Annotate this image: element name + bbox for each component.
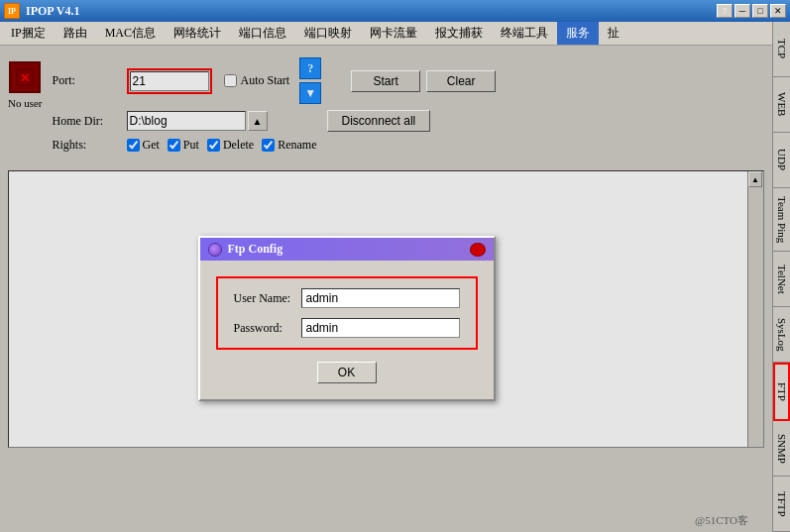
menu-ip-binding[interactable]: IP捆定 — [2, 22, 55, 45]
right-tab-snmp[interactable]: SNMP — [773, 421, 790, 477]
dialog-title-bar: Ftp Config — [200, 238, 494, 261]
right-tab-udp[interactable]: UDP — [773, 133, 790, 188]
app-title: IPOP V4.1 — [26, 4, 79, 19]
menu-services[interactable]: 服务 — [557, 22, 599, 45]
ftp-config-dialog: Ftp Config User Name: Password: — [198, 236, 496, 401]
username-label: User Name: — [234, 291, 301, 306]
menu-terminal-tools[interactable]: 终端工具 — [492, 22, 557, 45]
help-button[interactable]: ? — [717, 4, 733, 18]
dialog-title-left: Ftp Config — [208, 242, 283, 257]
maximize-button[interactable]: □ — [752, 4, 768, 18]
username-input[interactable] — [301, 288, 460, 308]
password-label: Password: — [234, 321, 301, 336]
password-row: Password: — [234, 318, 460, 338]
dialog-icon — [208, 243, 222, 257]
menu-packet-capture[interactable]: 报文捕获 — [426, 22, 492, 45]
dialog-fields: User Name: Password: — [216, 276, 478, 350]
dialog-body: User Name: Password: OK — [200, 261, 494, 399]
app-icon: IP — [4, 3, 20, 19]
minimize-button[interactable]: ─ — [734, 4, 750, 18]
right-tab-tcp[interactable]: TCP — [773, 22, 790, 77]
dialog-title-text: Ftp Config — [228, 242, 283, 257]
main-content: ✕ No user Port: Auto Start ? ▼ — [0, 46, 772, 532]
menu-nic-traffic[interactable]: 网卡流量 — [361, 22, 426, 45]
menu-mac-info[interactable]: MAC信息 — [96, 22, 165, 45]
close-button[interactable]: ✕ — [770, 4, 786, 18]
dialog-close-button[interactable] — [470, 243, 486, 257]
right-tab-tftp[interactable]: TFTP — [773, 477, 790, 532]
menu-network-stats[interactable]: 网络统计 — [165, 22, 230, 45]
right-tabs: TCP WEB UDP Team Ping TelNet SysLog FTP … — [772, 22, 790, 532]
title-bar-left: IP IPOP V4.1 — [4, 3, 79, 19]
right-tab-web[interactable]: WEB — [773, 77, 790, 133]
dialog-ok-wrap: OK — [216, 362, 478, 383]
menu-bar: IP捆定 路由 MAC信息 网络统计 端口信息 端口映射 网卡流量 报文捕获 终… — [0, 22, 790, 46]
title-bar: IP IPOP V4.1 ? ─ □ ✕ — [0, 0, 790, 22]
right-tab-telnet[interactable]: TelNet — [773, 252, 790, 307]
username-row: User Name: — [234, 288, 460, 308]
password-input[interactable] — [301, 318, 460, 338]
menu-routing[interactable]: 路由 — [55, 22, 96, 45]
right-tab-ftp[interactable]: FTP — [773, 363, 790, 421]
dialog-overlay: Ftp Config User Name: Password: — [0, 46, 772, 532]
menu-port-mapping[interactable]: 端口映射 — [295, 22, 361, 45]
right-tab-team-ping[interactable]: Team Ping — [773, 188, 790, 252]
right-tab-syslog[interactable]: SysLog — [773, 307, 790, 363]
ok-button[interactable]: OK — [317, 362, 377, 383]
menu-port-info[interactable]: 端口信息 — [230, 22, 295, 45]
menu-extra[interactable]: 扯 — [599, 22, 628, 45]
title-bar-controls: ? ─ □ ✕ — [717, 4, 786, 18]
